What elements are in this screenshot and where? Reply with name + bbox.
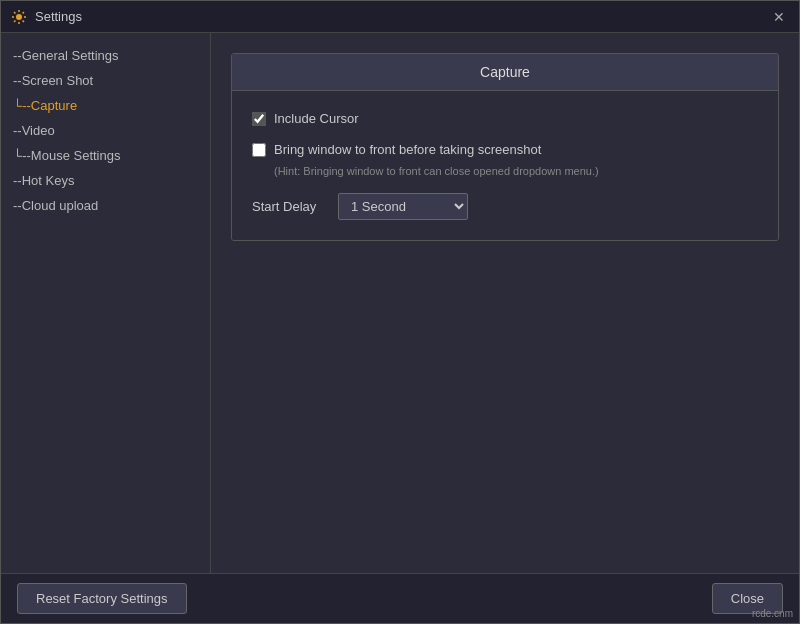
sidebar-item-general-settings[interactable]: --General Settings [1, 43, 210, 68]
panel-body: Include Cursor Bring window to front bef… [232, 91, 778, 240]
include-cursor-checkbox[interactable] [252, 112, 266, 126]
bring-to-front-checkbox[interactable] [252, 143, 266, 157]
reset-factory-settings-button[interactable]: Reset Factory Settings [17, 583, 187, 614]
sidebar-item-hot-keys[interactable]: --Hot Keys [1, 168, 210, 193]
content-area: Capture Include Cursor Bring window to [211, 33, 799, 573]
close-button[interactable]: ✕ [769, 7, 789, 27]
svg-point-0 [16, 14, 22, 20]
sidebar-item-video[interactable]: --Video [1, 118, 210, 143]
bring-to-front-row: Bring window to front before taking scre… [252, 142, 758, 157]
sidebar-item-mouse-settings[interactable]: └--Mouse Settings [1, 143, 210, 168]
start-delay-label: Start Delay [252, 199, 322, 214]
start-delay-select[interactable]: No Delay1 Second2 Seconds3 Seconds5 Seco… [338, 193, 468, 220]
hint-text: (Hint: Bringing window to front can clos… [274, 165, 758, 177]
settings-icon [11, 9, 27, 25]
sidebar: --General Settings--Screen Shot└--Captur… [1, 33, 211, 573]
window-title: Settings [35, 9, 769, 24]
bottom-bar: Reset Factory Settings Close [1, 573, 799, 623]
panel-header: Capture [232, 54, 778, 91]
capture-panel: Capture Include Cursor Bring window to [231, 53, 779, 241]
watermark: rcde.cnm [752, 608, 793, 619]
sidebar-item-cloud-upload[interactable]: --Cloud upload [1, 193, 210, 218]
title-bar: Settings ✕ [1, 1, 799, 33]
include-cursor-row: Include Cursor [252, 111, 758, 126]
sidebar-item-screen-shot[interactable]: --Screen Shot [1, 68, 210, 93]
start-delay-row: Start Delay No Delay1 Second2 Seconds3 S… [252, 193, 758, 220]
sidebar-item-capture[interactable]: └--Capture [1, 93, 210, 118]
include-cursor-label[interactable]: Include Cursor [252, 111, 359, 126]
settings-window: Settings ✕ --General Settings--Screen Sh… [0, 0, 800, 624]
main-content: --General Settings--Screen Shot└--Captur… [1, 33, 799, 573]
bring-to-front-label[interactable]: Bring window to front before taking scre… [252, 142, 541, 157]
